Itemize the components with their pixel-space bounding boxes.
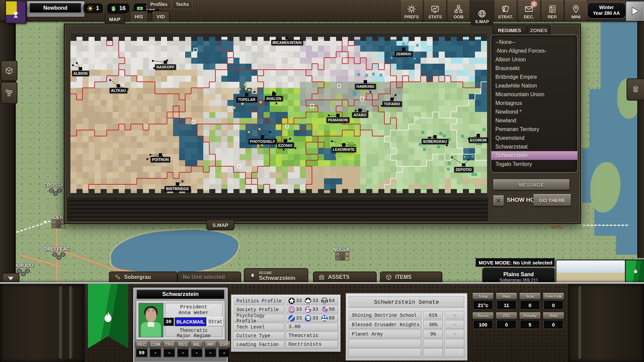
regime-list-item[interactable]: Micamountain Union <box>491 90 577 99</box>
regime-list-item[interactable]: --None-- <box>491 38 577 47</box>
tile-stat-label: ZOC <box>496 312 517 319</box>
oob-rail-tab[interactable] <box>1 82 17 104</box>
settlement-block <box>52 224 56 228</box>
leader-portrait[interactable] <box>139 303 163 337</box>
regime-list-item[interactable]: Togalo Territory <box>491 160 577 169</box>
profile-stat[interactable]: 33 <box>288 306 302 313</box>
bottom-tab-schwarzstein[interactable]: REGIMESchwarzstein <box>244 268 308 282</box>
tile-stat-penalty[interactable]: Penalty5 <box>519 312 541 329</box>
rep-button[interactable]: REP. <box>541 0 564 21</box>
faction-extra: - <box>445 311 464 319</box>
regime-stat-com[interactable]: COM- <box>149 341 162 357</box>
settlement-block <box>56 224 61 228</box>
mini-button[interactable]: MINI <box>565 0 587 21</box>
bottom-tab-items[interactable]: ITEMS <box>380 272 442 282</box>
senate-row[interactable] <box>349 349 464 357</box>
smap-window-tab[interactable]: S.MAP <box>206 220 234 230</box>
profile-stat[interactable]: 33 <box>288 298 302 304</box>
tab-zones[interactable]: ZONES <box>527 25 550 35</box>
tile-stat-label: Scav <box>519 293 541 300</box>
regime-stat-mil[interactable]: MIL- <box>191 341 203 357</box>
regime-stat-rec[interactable]: REC99 <box>136 341 148 357</box>
toolbar-label: STRAT. <box>498 14 513 19</box>
senate-row[interactable]: Shining Doctrine School61%- <box>349 311 464 319</box>
tile-stat-zoc[interactable]: ZOC0 <box>496 312 517 329</box>
profile-stat[interactable]: 88 <box>321 315 335 321</box>
flame-icon <box>632 268 639 276</box>
profile-row-values: 333350 <box>286 306 338 313</box>
strategic-map-canvas[interactable] <box>70 34 487 196</box>
tile-stat-recon[interactable]: Recon100 <box>472 312 494 329</box>
regime-stat-exp[interactable]: EXP- <box>218 341 230 357</box>
senate-row[interactable]: Blessed Crusader Knights30%- <box>349 320 464 329</box>
regime-list-item[interactable]: Albion Union <box>491 55 577 64</box>
profiles-button[interactable]: Profiles <box>147 0 171 9</box>
avatar-eye <box>148 310 149 311</box>
relation-row: 30 BLACKMAIL Strat <box>164 317 224 326</box>
regime-list-item[interactable]: Leadwhite Nation <box>491 81 577 90</box>
regime-stat-tra[interactable]: TRA- <box>163 341 175 357</box>
profile-stat[interactable]: 33 <box>305 298 318 304</box>
tile-stat-rad[interactable]: RAD0 <box>543 312 564 329</box>
profile-stat-value: 33 <box>296 307 302 312</box>
tile-stat-free-folk[interactable]: Free Folk0 <box>543 293 564 310</box>
oob-button[interactable]: OOB <box>447 0 470 21</box>
profile-row: Society Profile333350 <box>233 306 338 313</box>
show-hq-label: SHOW HQ <box>507 197 535 203</box>
pipe <box>69 286 73 359</box>
tile-stat-temp[interactable]: Temp21°c <box>472 293 494 310</box>
bottom-tab-sobergrau[interactable]: Sobergrau <box>109 272 177 282</box>
profile-stat[interactable]: 33 <box>288 315 302 321</box>
bottom-tab-assets[interactable]: ASSETS <box>313 272 377 282</box>
resource-sun[interactable]: 1 <box>83 3 104 14</box>
stat-value: - <box>163 349 175 357</box>
bottom-tab-no-unit-selected[interactable]: No Unit selected <box>177 272 241 282</box>
layers-rail-tab[interactable] <box>627 78 644 101</box>
strat-button[interactable]: STRAT. <box>494 0 517 21</box>
regime-list-item[interactable]: -Non-Aligned Forces- <box>491 47 577 55</box>
blackmail-button[interactable]: BLACKMAIL <box>175 317 206 326</box>
resource-fist[interactable]: 16 <box>106 3 130 14</box>
show-hq-checkbox[interactable] <box>493 195 504 206</box>
senate-title: Schwarzstein Senate <box>349 296 464 308</box>
window-tab-his[interactable]: HIS <box>129 11 148 21</box>
dec-button[interactable]: DEC.2 <box>518 0 540 21</box>
smap-button[interactable]: S.MAP <box>471 0 493 26</box>
regime-stat-imp[interactable]: IMP- <box>204 341 217 357</box>
star-icon <box>288 298 295 304</box>
regime-list-item[interactable]: Newland <box>491 116 577 125</box>
tile-stat-rain[interactable]: Rain11 <box>496 293 517 310</box>
regime-list-item[interactable]: Pemanan Territory <box>491 125 577 134</box>
techs-button[interactable]: Techs <box>172 0 193 9</box>
stats-button[interactable]: STATS <box>424 0 446 21</box>
profile-stat-value: 33 <box>312 307 318 312</box>
prefs-button[interactable]: PREFS <box>400 0 423 21</box>
go-there-button[interactable]: GO THERE <box>533 194 571 206</box>
message-button[interactable]: MESSAGE <box>493 179 570 190</box>
senate-row[interactable]: Planet Army9%- <box>349 330 464 338</box>
end-turn-button[interactable] <box>625 1 644 21</box>
profile-stat[interactable]: 64 <box>321 298 335 304</box>
regime-list-item[interactable]: Britbridge Empire <box>491 73 577 81</box>
faction-share: 9% <box>423 330 443 338</box>
profile-stat[interactable]: 33 <box>305 306 318 313</box>
player-flag[interactable] <box>5 1 26 23</box>
tile-stat-scav[interactable]: Scav0 <box>519 293 541 310</box>
items-rail-tab[interactable] <box>1 60 17 81</box>
regime-stat-res[interactable]: RES- <box>177 341 189 357</box>
profile-stat[interactable]: 50 <box>321 306 335 313</box>
toolbar-label: OOB <box>453 14 464 19</box>
profile-stat[interactable]: 33 <box>305 315 318 321</box>
regime-list-item[interactable]: Schwarzstein <box>491 151 577 160</box>
window-tab-vid[interactable]: VID <box>152 11 170 21</box>
window-tab-map[interactable]: MAP <box>105 13 125 24</box>
senate-row[interactable] <box>349 339 464 348</box>
regime-list-item[interactable]: Montagnus <box>491 99 577 108</box>
regime-list-item[interactable]: Schwarzstaat <box>491 142 577 151</box>
info-row-value: Doctrinists <box>286 341 338 348</box>
regime-list-item[interactable]: Newbond * <box>491 108 577 116</box>
strat-button[interactable]: Strat <box>207 317 224 326</box>
tab-regimes[interactable]: REGIMES <box>493 25 526 35</box>
regime-list-item[interactable]: Queensland <box>491 134 577 142</box>
regime-list-item[interactable]: Braunsekt <box>491 64 577 73</box>
